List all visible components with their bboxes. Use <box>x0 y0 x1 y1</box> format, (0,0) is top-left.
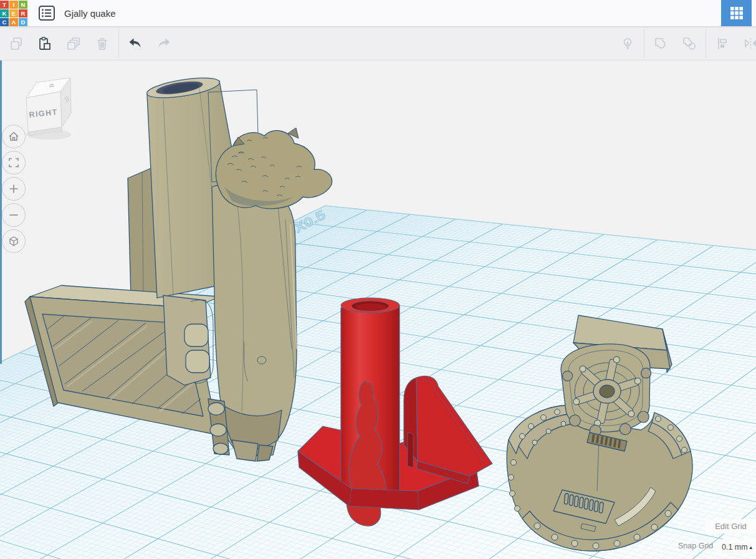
paste-icon <box>37 36 53 52</box>
zoom-out-button[interactable] <box>2 203 26 227</box>
logo-tile: C <box>0 18 9 26</box>
fit-view-button[interactable] <box>2 151 26 174</box>
mirror-icon <box>743 36 756 52</box>
copy-icon <box>8 36 24 52</box>
undo-icon <box>127 36 143 52</box>
fit-view-icon <box>7 156 20 169</box>
edit-toolbar <box>0 27 756 60</box>
show-hide-button[interactable] <box>614 30 641 57</box>
trash-icon <box>94 36 110 52</box>
logo-tile: A <box>9 18 18 26</box>
align-button[interactable] <box>709 30 736 57</box>
minus-icon <box>7 209 20 221</box>
snap-grid-dropdown[interactable]: 0.1 mm ▴ <box>717 539 756 555</box>
duplicate-button[interactable] <box>60 30 87 57</box>
design-title[interactable]: Gjally quake <box>64 8 116 19</box>
design-properties-button[interactable] <box>37 5 56 22</box>
toolbar-separator <box>706 29 706 58</box>
zoom-in-button[interactable] <box>2 177 26 201</box>
align-icon <box>714 36 730 52</box>
tinkercad-editor: { "header": { "title": "Gjally quake", "… <box>0 0 756 559</box>
perspective-cube-icon <box>7 235 20 247</box>
paste-button[interactable] <box>31 30 59 57</box>
snap-grid-label: Snap Grid <box>678 542 713 550</box>
edit-grid-button[interactable]: Edit Grid <box>706 519 756 533</box>
apps-grid-icon <box>730 6 744 20</box>
logo-tile: R <box>19 9 27 17</box>
perspective-toggle-button[interactable] <box>2 229 26 253</box>
copy-button[interactable] <box>2 30 30 57</box>
logo-tile: N <box>19 1 27 9</box>
app-header: T I N K E R C A D Gjally quake <box>0 0 756 27</box>
dropdown-arrow-icon: ▴ <box>749 544 752 550</box>
tinkercad-logo[interactable]: T I N K E R C A D <box>0 1 27 26</box>
mirror-button[interactable] <box>737 30 756 57</box>
lightbulb-icon <box>620 36 636 52</box>
logo-tile: I <box>9 1 18 9</box>
home-icon <box>7 130 20 143</box>
logo-tile: K <box>0 9 9 17</box>
toolbar-separator <box>644 29 644 58</box>
ungroup-button[interactable] <box>676 30 703 57</box>
duplicate-icon <box>65 36 82 52</box>
undo-button[interactable] <box>122 30 149 57</box>
plus-icon <box>7 183 20 195</box>
viewport-3d[interactable]: M40X0.5 <box>0 0 756 559</box>
redo-button[interactable] <box>150 30 178 57</box>
group-button[interactable] <box>647 30 674 57</box>
apps-grid-button[interactable] <box>721 0 752 26</box>
redo-icon <box>156 36 172 52</box>
ungroup-icon <box>681 36 697 52</box>
delete-button[interactable] <box>89 30 116 57</box>
home-view-button[interactable] <box>2 125 26 148</box>
logo-tile: D <box>19 18 27 26</box>
logo-tile: E <box>9 9 18 17</box>
group-icon <box>653 36 669 52</box>
logo-tile: T <box>0 1 9 9</box>
snap-grid-value: 0.1 mm <box>722 543 748 552</box>
toolbar-separator <box>118 29 119 58</box>
